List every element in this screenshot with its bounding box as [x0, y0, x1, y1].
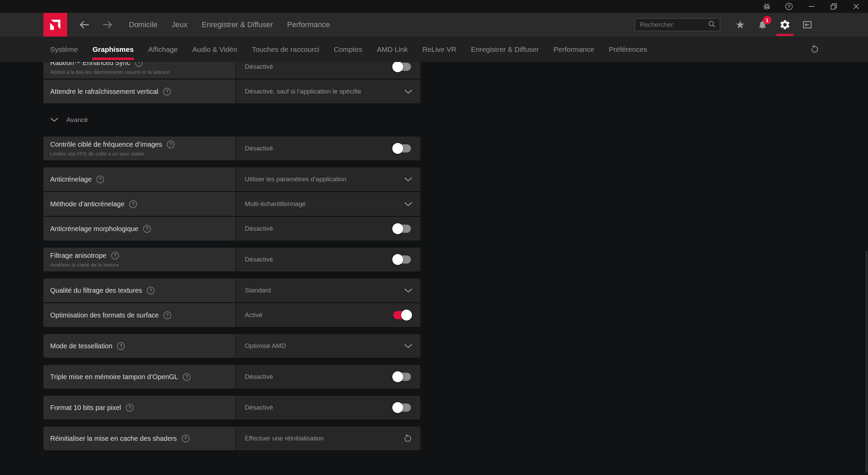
setting-value: Désactivé [245, 256, 393, 263]
settings-group: Filtrage anisotrope?Améliore la clarté d… [43, 248, 420, 271]
minimize-button[interactable] [807, 2, 816, 11]
section-label: Avancé [66, 116, 88, 124]
setting-row-reinitialiser-cache-shaders: Réinitialiser la mise en cache des shade… [43, 427, 420, 450]
notification-badge: 1 [763, 16, 771, 24]
restore-defaults-icon[interactable] [810, 45, 819, 54]
tab-performance[interactable]: Performance [553, 45, 594, 54]
setting-row-filtrage-anisotrope: Filtrage anisotrope?Améliore la clarté d… [43, 248, 420, 271]
bug-report-icon[interactable] [762, 2, 771, 11]
setting-row-anticrenelage-morphologique: Anticrénelage morphologique?Désactivé [43, 217, 420, 241]
chevron-down-icon[interactable] [404, 344, 412, 348]
help-icon[interactable]: ? [129, 200, 137, 208]
toggle-knob [392, 402, 403, 413]
help-icon[interactable]: ? [147, 287, 155, 294]
toggle-knob [392, 223, 403, 234]
toggle-anticrenelage-morphologique[interactable] [393, 225, 411, 233]
back-arrow-button[interactable] [79, 20, 90, 29]
favorites-star-icon[interactable]: ★ [729, 13, 751, 37]
setting-label-cell: Format 10 bits par pixel? [43, 396, 235, 419]
window-titlebar: ? [0, 0, 868, 13]
tab-relive-vr[interactable]: ReLive VR [422, 45, 456, 54]
help-icon[interactable]: ? [183, 373, 191, 381]
setting-value-cell: Désactivé, sauf si l’application le spéc… [235, 80, 420, 103]
setting-label-cell: Anticrénelage? [43, 167, 235, 191]
toggle-radeon-enhanced-sync[interactable] [393, 63, 411, 71]
toggle-format-10-bits-par-pixel[interactable] [393, 404, 411, 412]
setting-row-mode-tessellation: Mode de tessellation?Optimisé AMD [43, 334, 420, 358]
toggle-filtrage-anisotrope[interactable] [393, 255, 411, 264]
setting-label: Optimisation des formats de surface [50, 311, 159, 319]
nav-menu-jeux[interactable]: Jeux [172, 20, 187, 29]
graphics-settings-panel: Radeon™ Enhanced Sync?Réduit à la fois l… [0, 62, 868, 475]
help-icon[interactable]: ? [163, 88, 171, 96]
nav-menu-domicile[interactable]: Domicile [129, 20, 157, 29]
toggle-controle-cible-frequence-images[interactable] [393, 144, 411, 152]
settings-group: Réinitialiser la mise en cache des shade… [43, 427, 420, 450]
nav-menu: DomicileJeuxEnregistrer & DiffuserPerfor… [129, 20, 330, 29]
toggle-knob [401, 310, 412, 321]
tab-enregistrer-diffuser[interactable]: Enregistrer & Diffuser [471, 45, 539, 54]
help-icon[interactable]: ? [117, 342, 125, 350]
notifications-bell-icon[interactable]: 1 [751, 13, 774, 37]
tab-graphismes[interactable]: Graphismes [93, 45, 134, 54]
chevron-down-icon[interactable] [404, 89, 412, 94]
setting-value-cell: Désactivé [235, 248, 420, 271]
restore-button[interactable] [829, 2, 838, 11]
setting-description: Améliore la clarté de la texture [50, 262, 235, 268]
toggle-triple-mise-memoire-tampon-opengl[interactable] [393, 373, 411, 381]
forward-arrow-button[interactable] [102, 20, 113, 29]
chevron-down-icon[interactable] [404, 177, 412, 182]
setting-value: Désactivé [245, 225, 393, 232]
help-icon[interactable]: ? [135, 62, 143, 67]
chevron-down-icon[interactable] [404, 288, 412, 293]
nav-menu-enregistrer-diffuser[interactable]: Enregistrer & Diffuser [202, 20, 273, 29]
search-box [635, 18, 720, 31]
search-icon[interactable] [708, 20, 716, 29]
setting-value-cell: Optimisé AMD [235, 334, 420, 358]
setting-label: Anticrénelage morphologique [50, 225, 138, 233]
setting-value: Activé [245, 311, 393, 319]
setting-value-cell: Désactivé [235, 217, 420, 241]
amd-radeon-logo[interactable] [43, 13, 67, 37]
setting-label-cell: Filtrage anisotrope?Améliore la clarté d… [43, 248, 235, 271]
help-icon[interactable]: ? [126, 404, 134, 412]
settings-gear-icon[interactable] [774, 13, 796, 37]
setting-label: Contrôle ciblé de fréquence d’images [50, 141, 162, 148]
setting-value-cell: Multi-échantillonnage [235, 192, 420, 216]
reset-icon[interactable] [403, 434, 412, 443]
setting-label-cell: Méthode d’anticrénelage? [43, 192, 235, 216]
tab-audio-vid-o[interactable]: Audio & Vidéo [192, 45, 237, 54]
setting-row-triple-mise-memoire-tampon-opengl: Triple mise en mémoire tampon d’OpenGL?D… [43, 365, 420, 389]
toggle-optimisation-formats-surface[interactable] [393, 311, 411, 319]
vertical-scrollbar[interactable] [866, 251, 867, 473]
help-icon[interactable]: ? [167, 141, 175, 148]
setting-value: Utiliser les paramètres d’application [245, 175, 404, 183]
help-icon[interactable]: ? [163, 311, 171, 319]
tab-pr-f-rences[interactable]: Préférences [609, 45, 647, 54]
tab-comptes[interactable]: Comptes [334, 45, 362, 54]
nav-menu-performance[interactable]: Performance [287, 20, 330, 29]
tab-syst-me[interactable]: Système [50, 45, 78, 54]
help-icon[interactable]: ? [143, 225, 151, 233]
setting-label: Triple mise en mémoire tampon d’OpenGL [50, 373, 178, 381]
setting-label: Méthode d’anticrénelage [50, 200, 124, 208]
tab-touches-de-raccourci[interactable]: Touches de raccourci [252, 45, 319, 54]
section-header-avanc[interactable]: Avancé [43, 110, 420, 129]
tab-amd-link[interactable]: AMD Link [377, 45, 408, 54]
setting-label-cell: Contrôle ciblé de fréquence d’images?Lim… [43, 137, 235, 160]
chevron-down-icon [50, 116, 58, 124]
setting-value-cell: Désactivé [235, 137, 420, 160]
help-icon[interactable]: ? [785, 2, 793, 11]
setting-label: Radeon™ Enhanced Sync [50, 62, 130, 67]
tab-affichage[interactable]: Affichage [148, 45, 178, 54]
setting-value: Désactivé [245, 145, 393, 152]
help-icon[interactable]: ? [96, 175, 104, 183]
setting-label: Mode de tessellation [50, 342, 112, 350]
collapse-panel-icon[interactable] [796, 13, 818, 37]
search-input[interactable] [640, 21, 708, 28]
help-icon[interactable]: ? [182, 435, 190, 442]
setting-value: Standard [245, 287, 404, 294]
close-button[interactable] [852, 2, 861, 11]
help-icon[interactable]: ? [111, 252, 119, 260]
chevron-down-icon[interactable] [404, 202, 412, 206]
